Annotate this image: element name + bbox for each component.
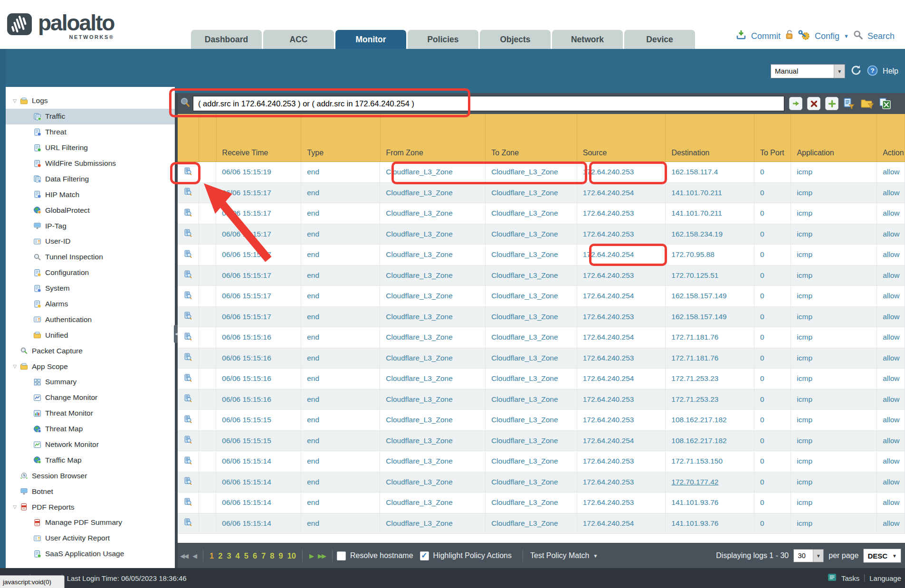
page-number-10[interactable]: 10 bbox=[287, 551, 296, 560]
cell-value[interactable]: end bbox=[307, 457, 319, 465]
sidebar-item-summary[interactable]: Summary bbox=[6, 374, 175, 390]
cell-value[interactable]: Cloudflare_L3_Zone bbox=[386, 250, 452, 259]
cell-from_zone[interactable]: Cloudflare_L3_Zone bbox=[380, 307, 486, 327]
cell-value[interactable]: Cloudflare_L3_Zone bbox=[491, 333, 558, 341]
config-button[interactable]: Config bbox=[815, 31, 839, 41]
cell-value[interactable]: end bbox=[307, 478, 319, 486]
cell-type[interactable]: end bbox=[301, 389, 380, 410]
cell-value[interactable]: 172.71.181.76 bbox=[671, 354, 718, 362]
cell-type[interactable]: end bbox=[301, 162, 380, 182]
log-detail-cell[interactable] bbox=[178, 348, 199, 369]
cell-to_zone[interactable]: Cloudflare_L3_Zone bbox=[486, 266, 577, 286]
cell-value[interactable]: Cloudflare_L3_Zone bbox=[491, 168, 558, 176]
cell-value[interactable]: allow bbox=[883, 519, 899, 528]
log-detail-cell[interactable] bbox=[178, 369, 199, 389]
cell-value[interactable]: allow bbox=[883, 478, 899, 486]
cell-value[interactable]: allow bbox=[883, 457, 899, 465]
log-detail-cell[interactable] bbox=[178, 203, 199, 224]
cell-value[interactable]: 06/06 15:15:16 bbox=[222, 395, 271, 404]
log-detail-icon[interactable] bbox=[184, 229, 192, 239]
cell-value[interactable]: 172.64.240.254 bbox=[583, 333, 634, 341]
cell-value[interactable]: 172.70.95.88 bbox=[671, 250, 714, 259]
log-detail-icon[interactable] bbox=[184, 270, 192, 280]
cell-value[interactable]: allow bbox=[883, 271, 899, 280]
cell-value[interactable]: 06/06 15:15:15 bbox=[222, 416, 271, 424]
sidebar-item-ip-tag[interactable]: IP-Tag bbox=[6, 218, 175, 234]
cell-action[interactable]: allow bbox=[877, 348, 905, 369]
cell-value[interactable]: 06/06 15:15:17 bbox=[222, 250, 271, 259]
cell-action[interactable]: allow bbox=[877, 493, 905, 513]
cell-destination[interactable]: 172.70.95.88 bbox=[666, 245, 754, 265]
refresh-mode-caret-icon[interactable]: ▼ bbox=[834, 65, 845, 78]
cell-value[interactable]: Cloudflare_L3_Zone bbox=[386, 230, 452, 238]
cell-value[interactable]: 06/06 15:15:15 bbox=[222, 436, 271, 445]
cell-receive_time[interactable]: 06/06 15:15:19 bbox=[216, 162, 301, 182]
cell-value[interactable]: icmp bbox=[797, 333, 812, 341]
cell-value[interactable]: allow bbox=[883, 416, 899, 424]
cell-value[interactable]: 172.64.240.253 bbox=[583, 271, 634, 280]
cell-value[interactable]: Cloudflare_L3_Zone bbox=[386, 374, 452, 383]
cell-source[interactable]: 172.64.240.253 bbox=[577, 266, 666, 286]
sidebar-item-user-id[interactable]: User-ID bbox=[6, 234, 175, 249]
page-number-5[interactable]: 5 bbox=[244, 551, 248, 560]
cell-application[interactable]: icmp bbox=[791, 389, 877, 410]
cell-to_port[interactable]: 0 bbox=[754, 493, 791, 513]
cell-from_zone[interactable]: Cloudflare_L3_Zone bbox=[380, 348, 486, 369]
cell-value[interactable]: icmp bbox=[797, 250, 812, 259]
cell-from_zone[interactable]: Cloudflare_L3_Zone bbox=[380, 493, 486, 513]
cell-value[interactable]: Cloudflare_L3_Zone bbox=[386, 333, 452, 341]
cell-receive_time[interactable]: 06/06 15:15:14 bbox=[216, 472, 301, 493]
sidebar-item-change-monitor[interactable]: Change Monitor bbox=[6, 390, 175, 406]
cell-value[interactable]: Cloudflare_L3_Zone bbox=[386, 416, 452, 424]
cell-value[interactable]: 172.71.153.150 bbox=[671, 457, 723, 465]
cell-to_port[interactable]: 0 bbox=[754, 286, 791, 306]
log-detail-cell[interactable] bbox=[178, 266, 199, 286]
cell-action[interactable]: allow bbox=[877, 266, 905, 286]
commit-button[interactable]: Commit bbox=[751, 31, 781, 41]
cell-source[interactable]: 172.64.240.254 bbox=[577, 369, 666, 389]
cell-value[interactable]: 172.71.253.23 bbox=[671, 374, 718, 383]
cell-value[interactable]: 06/06 15:15:17 bbox=[222, 209, 271, 218]
cell-to_port[interactable]: 0 bbox=[754, 472, 791, 493]
cell-value[interactable]: 141.101.70.211 bbox=[671, 209, 722, 218]
cell-application[interactable]: icmp bbox=[791, 203, 877, 224]
log-detail-cell[interactable] bbox=[178, 493, 199, 513]
cell-action[interactable]: allow bbox=[877, 327, 905, 348]
cell-action[interactable]: allow bbox=[877, 431, 905, 451]
next-page-button[interactable]: ▶ bbox=[307, 552, 315, 560]
cell-value[interactable]: 06/06 15:15:14 bbox=[222, 519, 271, 528]
sidebar-item-packet-capture[interactable]: Packet Capture bbox=[6, 343, 175, 359]
cell-value[interactable]: icmp bbox=[797, 313, 812, 321]
cell-value[interactable]: Cloudflare_L3_Zone bbox=[386, 313, 452, 321]
cell-type[interactable]: end bbox=[301, 286, 380, 306]
apply-filter-button[interactable] bbox=[789, 97, 802, 110]
cell-to_zone[interactable]: Cloudflare_L3_Zone bbox=[486, 286, 577, 306]
cell-receive_time[interactable]: 06/06 15:15:16 bbox=[216, 348, 301, 369]
cell-value[interactable]: icmp bbox=[797, 457, 812, 465]
cell-value[interactable]: 06/06 15:15:17 bbox=[222, 292, 271, 300]
language-button[interactable]: Language bbox=[869, 574, 901, 582]
cell-value[interactable]: Cloudflare_L3_Zone bbox=[386, 168, 452, 176]
cell-destination[interactable]: 141.101.70.211 bbox=[666, 203, 754, 224]
cell-value[interactable]: Cloudflare_L3_Zone bbox=[491, 189, 558, 197]
cell-value[interactable]: 06/06 15:15:14 bbox=[222, 457, 271, 465]
cell-value[interactable]: 0 bbox=[760, 209, 764, 218]
log-detail-icon[interactable] bbox=[184, 456, 192, 466]
cell-action[interactable]: allow bbox=[877, 286, 905, 306]
cell-value[interactable]: 172.64.240.254 bbox=[583, 250, 634, 259]
cell-value[interactable]: allow bbox=[883, 168, 899, 176]
cell-application[interactable]: icmp bbox=[791, 431, 877, 451]
cell-to_port[interactable]: 0 bbox=[754, 451, 791, 472]
add-filter-button[interactable] bbox=[825, 97, 838, 110]
cell-to_port[interactable]: 0 bbox=[754, 513, 791, 534]
cell-action[interactable]: allow bbox=[877, 224, 905, 245]
cell-action[interactable]: allow bbox=[877, 389, 905, 410]
cell-value[interactable]: icmp bbox=[797, 478, 812, 486]
cell-from_zone[interactable]: Cloudflare_L3_Zone bbox=[380, 410, 486, 430]
cell-value[interactable]: 162.158.117.4 bbox=[671, 168, 718, 176]
cell-value[interactable]: Cloudflare_L3_Zone bbox=[491, 313, 558, 321]
cell-value[interactable]: allow bbox=[883, 498, 899, 507]
log-detail-cell[interactable] bbox=[178, 162, 199, 182]
sidebar-item-url-filtering[interactable]: URL Filtering bbox=[6, 140, 175, 156]
cell-to_zone[interactable]: Cloudflare_L3_Zone bbox=[486, 410, 577, 430]
